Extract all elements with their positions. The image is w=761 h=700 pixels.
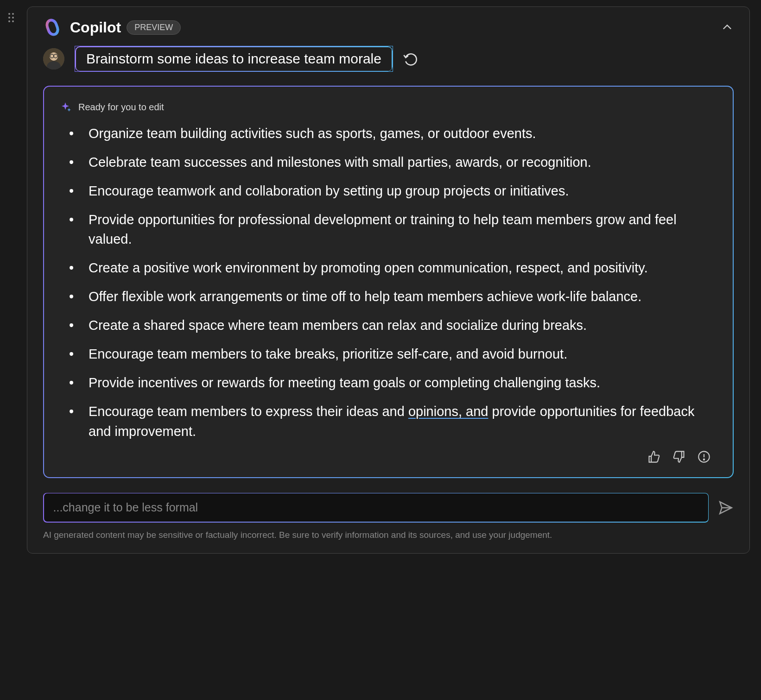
response-card: Ready for you to edit Organize team buil…: [43, 86, 734, 478]
undo-icon[interactable]: [403, 51, 418, 66]
drag-dot: [8, 13, 10, 15]
list-item[interactable]: Organize team building activities such a…: [69, 124, 716, 143]
copilot-panel: Copilot PREVIEW Brainstorm some ideas to…: [27, 6, 750, 554]
input-row: [27, 493, 749, 530]
list-item[interactable]: Encourage team members to express their …: [69, 402, 716, 441]
drag-dot: [8, 17, 10, 19]
list-item[interactable]: Offer flexible work arrangements or time…: [69, 287, 716, 306]
prompt-text: Brainstorm some ideas to increase team m…: [86, 51, 381, 66]
thumbs-down-icon[interactable]: [672, 450, 685, 463]
grammar-suggestion[interactable]: opinions, and: [408, 404, 488, 419]
prompt-row: Brainstorm some ideas to increase team m…: [27, 46, 749, 86]
list-item[interactable]: Create a positive work environment by pr…: [69, 258, 716, 277]
copilot-logo-icon: [43, 18, 62, 37]
user-avatar: [43, 48, 64, 69]
disclaimer-text: AI generated content may be sensitive or…: [27, 530, 749, 553]
list-item[interactable]: Provide opportunities for professional d…: [69, 210, 716, 249]
response-inner: Ready for you to edit Organize team buil…: [44, 87, 733, 477]
collapse-icon[interactable]: [721, 21, 734, 34]
response-list: Organize team building activities such a…: [61, 124, 716, 441]
sparkle-icon: [61, 101, 72, 113]
drag-dot: [12, 20, 14, 22]
list-item[interactable]: Provide incentives or rewards for meetin…: [69, 373, 716, 392]
drag-handle[interactable]: [8, 13, 14, 22]
drag-dot: [8, 20, 10, 22]
status-text: Ready for you to edit: [78, 102, 164, 113]
drag-dot: [12, 17, 14, 19]
send-icon[interactable]: [718, 500, 734, 516]
thumbs-up-icon[interactable]: [647, 450, 660, 463]
list-item-text: Encourage team members to express their …: [89, 404, 408, 419]
status-row: Ready for you to edit: [61, 101, 716, 113]
list-item[interactable]: Celebrate team successes and milestones …: [69, 152, 716, 172]
list-item[interactable]: Encourage teamwork and collaboration by …: [69, 181, 716, 201]
drag-dot: [12, 13, 14, 15]
list-item[interactable]: Create a shared space where team members…: [69, 315, 716, 335]
feedback-row: [61, 450, 716, 463]
panel-header: Copilot PREVIEW: [27, 7, 749, 46]
preview-badge: PREVIEW: [127, 20, 181, 35]
prompt-input[interactable]: [44, 493, 708, 522]
copilot-title: Copilot: [70, 19, 121, 36]
prompt-pill[interactable]: Brainstorm some ideas to increase team m…: [75, 46, 393, 72]
list-item[interactable]: Encourage team members to take breaks, p…: [69, 344, 716, 364]
svg-point-7: [704, 459, 704, 460]
input-wrapper: [43, 493, 709, 523]
report-icon[interactable]: [698, 450, 710, 463]
